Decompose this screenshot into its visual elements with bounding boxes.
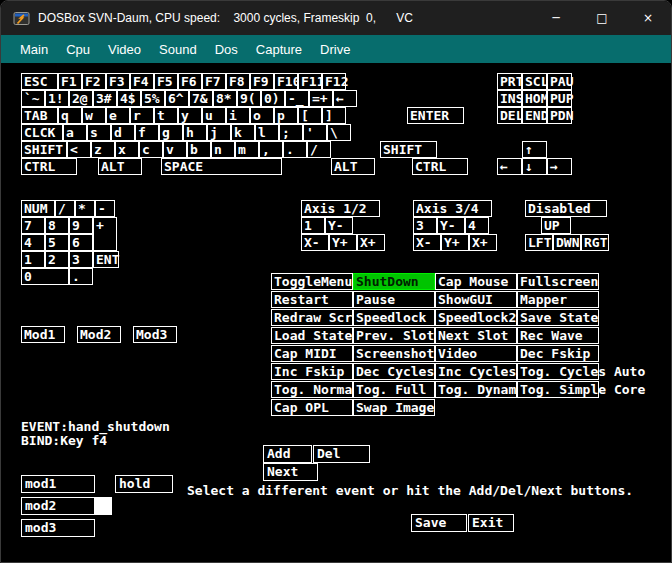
numpad-key-minus[interactable]: - xyxy=(95,200,115,217)
mod-button-mod2[interactable]: Mod2 xyxy=(77,326,121,343)
mod3-toggle[interactable]: mod3 xyxy=(21,519,95,537)
save-button[interactable]: Save xyxy=(411,514,467,532)
numpad-key-5[interactable]: 5 xyxy=(45,234,69,251)
key-down-arrow[interactable]: ↓ xyxy=(522,158,547,175)
joystick-y[interactable]: Y+ xyxy=(441,234,469,251)
key-pdn[interactable]: PDN xyxy=(547,107,572,124)
key-1[interactable]: 1! xyxy=(45,90,69,107)
key-quote[interactable]: ' xyxy=(303,124,327,141)
numpad-key-1[interactable]: 1 xyxy=(21,251,45,268)
key-z[interactable]: z xyxy=(91,141,115,158)
event-button-speedlock2[interactable]: Speedlock2 xyxy=(435,309,517,326)
event-button-pause[interactable]: Pause xyxy=(353,291,435,308)
key-f7[interactable]: F7 xyxy=(202,73,226,90)
key-ctrl[interactable]: CTRL xyxy=(21,158,77,175)
event-button-rec-wave[interactable]: Rec Wave xyxy=(517,327,599,344)
event-button-load-state[interactable]: Load State xyxy=(271,327,353,344)
key-clck[interactable]: CLCK xyxy=(21,124,63,141)
key-c[interactable]: c xyxy=(139,141,163,158)
key-f12[interactable]: F12 xyxy=(322,73,346,90)
event-button-togglemenu[interactable]: ToggleMenu xyxy=(271,273,353,290)
joystick-y[interactable]: Y- xyxy=(437,217,465,234)
event-button-save-state[interactable]: Save State xyxy=(517,309,599,326)
key-shift[interactable]: SHIFT xyxy=(380,141,437,158)
numpad-key-num[interactable]: NUM xyxy=(21,200,55,217)
event-button-dec-cycles[interactable]: Dec Cycles xyxy=(353,363,435,380)
key-comma[interactable]: , xyxy=(259,141,283,158)
numpad-key-plus[interactable]: + xyxy=(93,217,117,251)
event-button-mapper[interactable]: Mapper xyxy=(517,291,599,308)
numpad-key-3[interactable]: 3 xyxy=(69,251,93,268)
key-end[interactable]: END xyxy=(522,107,547,124)
key-r[interactable]: r xyxy=(130,107,154,124)
key-up-arrow[interactable]: ↑ xyxy=(522,141,547,158)
key-f10[interactable]: F10 xyxy=(274,73,298,90)
mod2-toggle[interactable]: mod2 xyxy=(21,497,95,515)
numpad-key-2[interactable]: 2 xyxy=(45,251,69,268)
key-j[interactable]: j xyxy=(207,124,231,141)
key-rbracket[interactable]: ] xyxy=(322,107,346,124)
key-g[interactable]: g xyxy=(159,124,183,141)
event-button-tog-norma[interactable]: Tog. Norma xyxy=(271,381,353,398)
key-e[interactable]: e xyxy=(106,107,130,124)
key-grave[interactable]: `~ xyxy=(21,90,45,107)
key-h[interactable]: h xyxy=(183,124,207,141)
hold-toggle[interactable]: hold xyxy=(115,475,173,493)
joystick-4[interactable]: 4 xyxy=(465,217,489,234)
key-x[interactable]: x xyxy=(115,141,139,158)
event-button-tog-full[interactable]: Tog. Full ( xyxy=(353,381,435,398)
key-lessthan[interactable]: < xyxy=(67,141,91,158)
numpad-key-6[interactable]: 6 xyxy=(69,234,93,251)
key-y[interactable]: y xyxy=(178,107,202,124)
key-f8[interactable]: F8 xyxy=(226,73,250,90)
event-button-cap-midi[interactable]: Cap MIDI xyxy=(271,345,353,362)
key-minus[interactable]: -_ xyxy=(285,90,309,107)
key-3[interactable]: 3# xyxy=(93,90,117,107)
joystick-rgt[interactable]: RGT xyxy=(581,234,609,251)
key-pau[interactable]: PAU xyxy=(547,73,572,90)
event-button-restart[interactable]: Restart xyxy=(271,291,353,308)
event-button-tog-cycles-auto[interactable]: Tog. Cycles Auto xyxy=(517,363,599,380)
joystick-x[interactable]: X+ xyxy=(357,234,385,251)
key-alt[interactable]: ALT xyxy=(331,158,375,175)
joystick-x[interactable]: X- xyxy=(301,234,329,251)
event-button-prev-slot[interactable]: Prev. Slot xyxy=(353,327,435,344)
event-button-inc-cycles[interactable]: Inc Cycles xyxy=(435,363,517,380)
joystick-1[interactable]: 1 xyxy=(301,217,325,234)
event-button-shutdown[interactable]: ShutDown xyxy=(353,273,435,290)
numpad-key-0[interactable]: 0 xyxy=(21,268,69,285)
numpad-key-ent[interactable]: ENT xyxy=(93,251,119,268)
key-d[interactable]: d xyxy=(111,124,135,141)
key-ins[interactable]: INS xyxy=(497,90,522,107)
key-prt[interactable]: PRT xyxy=(497,73,522,90)
event-button-cap-mouse[interactable]: Cap Mouse xyxy=(435,273,517,290)
key-0[interactable]: 0) xyxy=(261,90,285,107)
key-equals[interactable]: =+ xyxy=(309,90,333,107)
key-ctrl[interactable]: CTRL xyxy=(412,158,468,175)
key-lbracket[interactable]: [ xyxy=(298,107,322,124)
key-f6[interactable]: F6 xyxy=(178,73,202,90)
key-l[interactable]: l xyxy=(255,124,279,141)
mod-button-mod1[interactable]: Mod1 xyxy=(21,326,65,343)
event-button-dec-fskip[interactable]: Dec Fskip xyxy=(517,345,599,362)
joystick-x[interactable]: X+ xyxy=(469,234,497,251)
mod1-toggle[interactable]: mod1 xyxy=(21,475,95,493)
key-f5[interactable]: F5 xyxy=(154,73,178,90)
add-button[interactable]: Add xyxy=(263,445,312,463)
joystick-y[interactable]: Y+ xyxy=(329,234,357,251)
key-4[interactable]: 4$ xyxy=(117,90,141,107)
event-button-swap-image[interactable]: Swap Image xyxy=(353,399,435,416)
event-button-speedlock[interactable]: Speedlock xyxy=(353,309,435,326)
event-button-screenshot[interactable]: Screenshot xyxy=(353,345,435,362)
numpad-key-period[interactable]: . xyxy=(69,268,93,285)
event-button-showgui[interactable]: ShowGUI xyxy=(435,291,517,308)
joystick-x[interactable]: X- xyxy=(413,234,441,251)
del-button[interactable]: Del xyxy=(313,445,370,463)
key-p[interactable]: p xyxy=(274,107,298,124)
key-t[interactable]: t xyxy=(154,107,178,124)
numpad-key-8[interactable]: 8 xyxy=(45,217,69,234)
key-enter[interactable]: ENTER xyxy=(407,107,464,124)
key-left-arrow[interactable]: ← xyxy=(497,158,522,175)
key-o[interactable]: o xyxy=(250,107,274,124)
key-2[interactable]: 2@ xyxy=(69,90,93,107)
